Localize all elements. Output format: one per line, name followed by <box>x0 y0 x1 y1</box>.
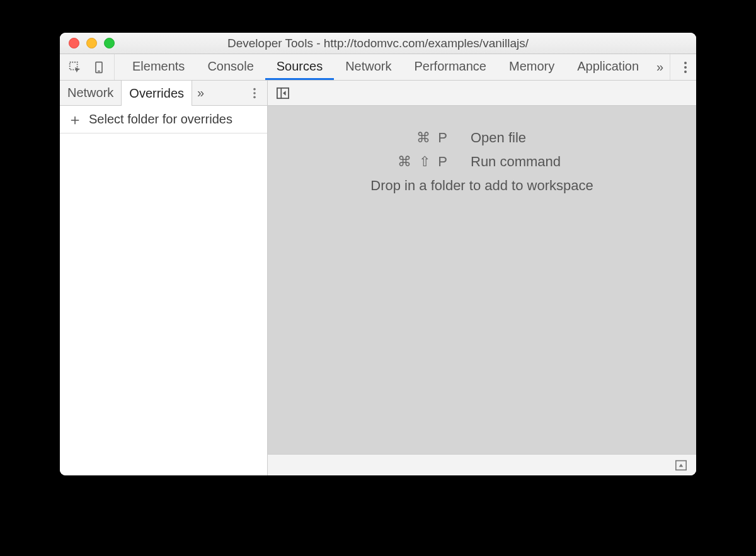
traffic-lights <box>60 38 115 48</box>
hint-keys: ⌘ P <box>367 130 449 146</box>
tab-network[interactable]: Network <box>334 54 403 80</box>
select-folder-label: Select folder for overrides <box>89 112 232 127</box>
panel-tabs: Elements Console Sources Network Perform… <box>115 54 670 80</box>
console-drawer-toggle-icon[interactable] <box>672 457 690 474</box>
tab-label: Console <box>207 59 253 74</box>
hint-label: Open file <box>471 130 597 146</box>
editor-top-bar <box>268 81 696 106</box>
drop-folder-text: Drop in a folder to add to workspace <box>370 178 593 194</box>
sidebar-tab-label: Overrides <box>129 86 184 101</box>
sidebar-tab-overrides[interactable]: Overrides <box>121 81 192 106</box>
more-options-icon[interactable] <box>677 59 694 76</box>
shortcut-hints: ⌘ P Open file ⌘ ⇧ P Run command Drop in … <box>268 130 696 194</box>
tab-console[interactable]: Console <box>196 54 265 80</box>
titlebar: Developer Tools - http://todomvc.com/exa… <box>60 33 696 54</box>
tab-label: Performance <box>415 59 487 74</box>
tab-label: Memory <box>509 59 554 74</box>
minimize-window-button[interactable] <box>86 38 97 48</box>
tabs-overflow-icon[interactable]: » <box>650 54 670 80</box>
close-window-button[interactable] <box>69 38 79 48</box>
hint-run-command: ⌘ ⇧ P Run command <box>268 154 696 170</box>
tab-label: Sources <box>277 59 323 74</box>
toolbar-left-group <box>60 54 115 80</box>
toggle-navigator-icon[interactable] <box>274 84 292 102</box>
tab-label: Application <box>577 59 639 74</box>
plus-icon: ＋ <box>67 110 83 130</box>
sidebar-tab-label: Network <box>67 86 113 100</box>
drop-folder-hint: Drop in a folder to add to workspace <box>268 178 696 194</box>
device-toolbar-icon[interactable] <box>90 59 108 76</box>
svg-point-6 <box>253 88 256 90</box>
svg-point-4 <box>684 66 687 69</box>
devtools-window: Developer Tools - http://todomvc.com/exa… <box>60 33 696 475</box>
editor-area: ⌘ P Open file ⌘ ⇧ P Run command Drop in … <box>268 81 696 475</box>
sources-sidebar: Network Overrides » ＋ <box>60 81 268 475</box>
editor-placeholder[interactable]: ⌘ P Open file ⌘ ⇧ P Run command Drop in … <box>268 106 696 454</box>
toolbar-right-group <box>670 54 696 80</box>
main-toolbar: Elements Console Sources Network Perform… <box>60 54 696 81</box>
tab-elements[interactable]: Elements <box>121 54 196 80</box>
sidebar-more-icon[interactable] <box>246 84 263 102</box>
sidebar-tab-network[interactable]: Network <box>60 81 121 105</box>
tab-label: Elements <box>132 59 185 74</box>
svg-point-8 <box>253 96 256 98</box>
zoom-window-button[interactable] <box>104 38 115 48</box>
svg-point-5 <box>684 71 687 73</box>
tab-performance[interactable]: Performance <box>403 54 498 80</box>
tab-application[interactable]: Application <box>566 54 650 80</box>
svg-point-3 <box>684 62 687 64</box>
sidebar-tabs-right <box>246 81 267 105</box>
tab-memory[interactable]: Memory <box>498 54 566 80</box>
tab-label: Network <box>345 59 391 74</box>
inspect-element-icon[interactable] <box>66 59 84 76</box>
select-folder-button[interactable]: ＋ Select folder for overrides <box>60 106 267 133</box>
hint-keys: ⌘ ⇧ P <box>367 154 449 170</box>
panel-body: Network Overrides » ＋ <box>60 81 696 475</box>
editor-footer <box>268 454 696 475</box>
hint-label: Run command <box>471 154 597 170</box>
hint-open-file: ⌘ P Open file <box>268 130 696 146</box>
window-title: Developer Tools - http://todomvc.com/exa… <box>60 37 696 50</box>
sidebar-content: ＋ Select folder for overrides <box>60 106 267 475</box>
sidebar-tabs: Network Overrides » <box>60 81 267 106</box>
sidebar-tabs-overflow-icon[interactable]: » <box>192 81 209 105</box>
tab-sources[interactable]: Sources <box>265 54 334 80</box>
svg-point-7 <box>253 92 256 94</box>
